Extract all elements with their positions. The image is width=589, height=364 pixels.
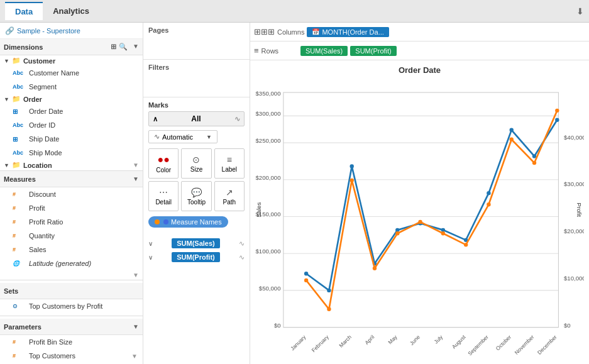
svg-text:$0: $0 (564, 322, 571, 329)
field-latitude[interactable]: 🌐 Latitude (generated) (0, 256, 143, 270)
svg-point-58 (555, 109, 559, 113)
datasource-row[interactable]: 🔗 Sample - Superstore (0, 23, 143, 39)
detail-label: Detail (155, 199, 172, 206)
field-type-hash: # (13, 246, 26, 253)
datasource-icon: 🔗 (5, 26, 14, 35)
field-top-customers[interactable]: ⊙ Top Customers by Profit (0, 299, 143, 313)
measures-collapse-arrow[interactable]: ▼ (133, 175, 139, 182)
marks-title: Marks (148, 101, 245, 109)
mark-btn-detail[interactable]: ⋯ Detail (148, 181, 179, 211)
dimensions-grid-icon[interactable]: ⊞ (111, 43, 116, 51)
field-order-date[interactable]: ⊞ Order Date (0, 104, 143, 118)
field-type-hash: # (13, 353, 26, 359)
columns-pill[interactable]: 📅 MONTH(Order Da... (307, 27, 388, 37)
svg-point-55 (487, 202, 490, 206)
mark-type-row: ∿ Automatic ▼ (148, 130, 245, 143)
path-label: Path (223, 199, 236, 206)
dimensions-search-icon[interactable]: 🔍 (119, 43, 128, 51)
tab-dropdown-arrow[interactable]: ⬇ (576, 6, 584, 16)
field-type-abc: Abc (13, 150, 26, 156)
measure-names-pill[interactable]: Measure Names (148, 216, 228, 228)
svg-point-57 (532, 161, 536, 165)
svg-text:$250,000: $250,000 (256, 137, 281, 144)
field-quantity[interactable]: # Quantity (0, 229, 143, 243)
sum-sales-pill[interactable]: SUM(Sales) (172, 238, 220, 248)
field-profit[interactable]: # Profit (0, 201, 143, 215)
rows-pill-profit-label: SUM(Profit) (355, 47, 391, 55)
group-customer-header[interactable]: ▼ 📁 Customer (0, 55, 143, 66)
mark-type-select[interactable]: ∿ Automatic ▼ (148, 130, 217, 143)
order-folder-icon: 📁 (12, 95, 21, 103)
svg-text:$350,000: $350,000 (256, 90, 281, 97)
svg-text:Sales: Sales (255, 202, 262, 218)
group-order: ▼ 📁 Order ⊞ Order Date Abc Order ID ⊞ (0, 94, 143, 160)
svg-point-36 (327, 289, 331, 292)
dimensions-header: Dimensions ⊞ 🔍 ▼ (0, 39, 143, 55)
svg-point-37 (350, 164, 353, 168)
rows-pill-profit[interactable]: SUM(Profit) (350, 46, 396, 56)
location-arrow[interactable]: ▼ (133, 162, 139, 168)
tab-data[interactable]: Data (5, 2, 43, 20)
svg-text:$100,000: $100,000 (256, 248, 281, 255)
field-ship-mode[interactable]: Abc Ship Mode (0, 146, 143, 160)
field-label: Profit Ratio (29, 218, 63, 226)
measure-names-label: Measure Names (171, 218, 222, 226)
mark-btn-color[interactable]: ●● Color (148, 148, 179, 179)
svg-text:November: November (514, 334, 536, 356)
params-arrow[interactable]: ▼ (133, 323, 139, 330)
left-panel-scroll[interactable]: Dimensions ⊞ 🔍 ▼ ▼ 📁 Customer A (0, 39, 143, 364)
svg-text:April: April (363, 334, 375, 346)
chart-wrapper: $0 $50,000 $100,000 $150,000 $200,000 $2… (255, 77, 584, 356)
location-group-label: Location (23, 162, 52, 169)
field-label: Top Customers (29, 352, 75, 360)
field-label: Profit (29, 204, 45, 212)
svg-text:October: October (495, 334, 513, 352)
customer-chevron: ▼ (4, 58, 9, 64)
columns-shelf-icon: ⊞⊞⊞ (254, 27, 275, 36)
tab-analytics[interactable]: Analytics (43, 3, 99, 19)
field-sales[interactable]: # Sales (0, 243, 143, 256)
field-ship-date[interactable]: ⊞ Ship Date (0, 132, 143, 146)
group-location-header[interactable]: ▼ 📁 Location ▼ (0, 160, 143, 170)
field-top-customers-param[interactable]: # Top Customers ▼ (0, 349, 143, 363)
svg-text:$0: $0 (274, 322, 281, 329)
sets-header: Sets (0, 283, 143, 299)
group-order-header[interactable]: ▼ 📁 Order (0, 94, 143, 104)
marks-all-label: All (191, 114, 201, 123)
main-layout: 🔗 Sample - Superstore Dimensions ⊞ 🔍 ▼ (0, 23, 589, 364)
top-tabs-bar: Data Analytics ⬇ (0, 0, 589, 23)
svg-point-50 (373, 266, 377, 270)
mark-btn-tooltip[interactable]: 💬 Tooltip (181, 181, 211, 211)
chart-area: Order Date $0 $50,000 $100,000 $150,000 … (250, 60, 589, 364)
left-panel: 🔗 Sample - Superstore Dimensions ⊞ 🔍 ▼ (0, 23, 143, 364)
dimensions-collapse-arrow[interactable]: ▼ (133, 43, 139, 51)
field-customer-name[interactable]: Abc Customer Name (0, 66, 143, 80)
field-segment[interactable]: Abc Segment (0, 80, 143, 94)
marks-all-row[interactable]: ∧ All ∿ (148, 111, 245, 126)
field-type-hash: # (13, 233, 26, 239)
label-label: Label (222, 166, 237, 173)
field-type-abc: Abc (13, 84, 26, 90)
color-icon: ●● (158, 154, 170, 165)
detail-icon: ⋯ (159, 187, 168, 197)
svg-point-47 (304, 279, 308, 282)
sets-label: Sets (4, 287, 18, 295)
field-discount[interactable]: # Discount (0, 187, 143, 201)
order-chevron: ▼ (4, 96, 9, 102)
mark-btn-path[interactable]: ↗ Path (214, 181, 245, 211)
mark-btn-size[interactable]: ⊙ Size (181, 148, 211, 179)
field-label: Ship Mode (29, 149, 62, 157)
field-profit-ratio[interactable]: # Profit Ratio (0, 215, 143, 229)
field-order-id[interactable]: Abc Order ID (0, 118, 143, 132)
svg-text:February: February (311, 333, 331, 353)
pages-section: Pages (143, 23, 250, 60)
rows-pill-sales[interactable]: SUM(Sales) (300, 46, 348, 56)
field-profit-bin-size[interactable]: # Profit Bin Size (0, 335, 143, 349)
svg-text:December: December (536, 334, 558, 356)
field-label: Segment (29, 83, 57, 91)
sum-profit-pill[interactable]: SUM(Profit) (172, 252, 220, 262)
field-type-hash: # (13, 205, 26, 211)
measure-names-pill-container: Measure Names (148, 216, 245, 233)
mark-btn-label[interactable]: ≡ Label (214, 148, 245, 179)
marks-buttons: ●● Color ⊙ Size ≡ Label ⋯ Detail (148, 148, 245, 211)
